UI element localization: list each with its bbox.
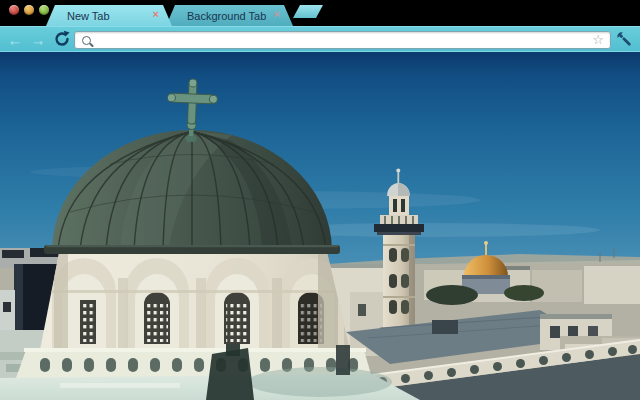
tab-close-icon[interactable]: × (274, 8, 280, 21)
browser-window: New Tab × Background Tab × ← → ☆ (0, 0, 640, 400)
reload-button[interactable] (51, 28, 73, 50)
zoom-window-button[interactable] (39, 5, 49, 15)
search-magnifier-icon (82, 36, 91, 45)
omnibox-input[interactable] (97, 34, 586, 46)
tab-label: New Tab (46, 10, 110, 22)
church-drum (40, 248, 350, 350)
forward-arrow-icon: → (31, 31, 46, 48)
back-arrow-icon: ← (8, 31, 23, 48)
tab-new-tab[interactable]: New Tab × (46, 5, 172, 26)
navigation-toolbar: ← → ☆ (0, 26, 640, 52)
tab-background-tab[interactable]: Background Tab × (166, 5, 293, 26)
back-button[interactable]: ← (4, 28, 26, 50)
window-controls (9, 5, 49, 15)
minimize-window-button[interactable] (24, 5, 34, 15)
bookmark-star-icon[interactable]: ☆ (592, 33, 604, 47)
forward-button[interactable]: → (27, 28, 49, 50)
reload-icon (53, 30, 71, 48)
tab-label: Background Tab (166, 10, 266, 22)
wrench-icon (616, 31, 634, 49)
content-photo (0, 52, 640, 400)
page-content (0, 52, 640, 400)
omnibox[interactable]: ☆ (74, 31, 611, 49)
tab-close-icon[interactable]: × (153, 8, 159, 21)
close-window-button[interactable] (9, 5, 19, 15)
menu-button[interactable] (615, 30, 635, 50)
new-tab-button[interactable] (293, 5, 323, 18)
window-titlebar: New Tab × Background Tab × (0, 0, 640, 26)
